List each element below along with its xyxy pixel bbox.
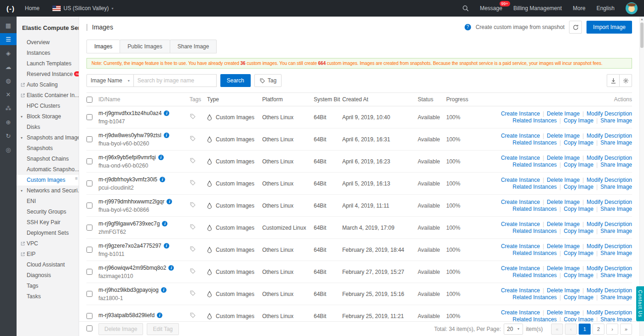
related-instances-link[interactable]: Related Instances [512, 206, 557, 212]
sidebar-item-custom-images[interactable]: Custom Images [17, 175, 79, 185]
sidebar-item-reserved-instance[interactable]: Reserved Instancenew [17, 69, 79, 80]
sidebar-item-eni[interactable]: ENI [17, 196, 79, 207]
page-next-button[interactable]: › [606, 324, 618, 335]
row-checkbox[interactable] [86, 114, 92, 120]
create-instance-link[interactable]: Create Instance [501, 287, 540, 294]
info-icon[interactable]: i [167, 199, 172, 204]
tag-icon[interactable] [190, 225, 196, 232]
delete-image-button[interactable]: Delete Image [98, 323, 143, 335]
monitor-dot-icon[interactable]: ◎ [0, 144, 17, 156]
modify-description-link[interactable]: Modify Description [586, 265, 632, 272]
tag-filter-button[interactable]: Tag [254, 74, 282, 87]
row-checkbox[interactable] [86, 291, 92, 297]
sidebar-item-cloud-assistant[interactable]: Cloud Assistant [17, 260, 79, 270]
sidebar-item-block-storage[interactable]: ▾Block Storage [17, 111, 79, 122]
sidebar-item-elastic-container-in[interactable]: Elastic Container In... [17, 90, 79, 101]
more-menu[interactable]: More [573, 5, 585, 12]
cloud-icon[interactable]: ☁ [0, 61, 17, 73]
share-image-link[interactable]: Share Image [600, 162, 632, 168]
create-instance-link[interactable]: Create Instance [501, 309, 540, 316]
apps-grid-icon[interactable]: ▦ [0, 19, 17, 31]
share-image-link[interactable]: Share Image [600, 117, 632, 124]
info-icon[interactable]: i [164, 243, 169, 249]
per-page-select[interactable]: 20 ▼ [504, 324, 523, 335]
copy-image-link[interactable]: Copy Image [564, 316, 593, 322]
create-instance-link[interactable]: Create Instance [501, 199, 540, 205]
settings-gear-button[interactable] [619, 74, 632, 87]
tag-icon[interactable] [190, 137, 196, 143]
tag-icon[interactable] [190, 269, 196, 276]
delete-image-link[interactable]: Delete Image [547, 199, 580, 205]
sidebar-item-vpc[interactable]: VPC [17, 238, 79, 249]
copy-image-link[interactable]: Copy Image [564, 294, 593, 301]
close-icon[interactable]: ✕ [0, 88, 17, 100]
related-instances-link[interactable]: Related Instances [512, 250, 557, 256]
row-checkbox[interactable] [86, 225, 92, 231]
create-instance-link[interactable]: Create Instance [501, 155, 540, 161]
network-nodes-icon[interactable]: ⁂ [0, 102, 17, 114]
copy-image-link[interactable]: Copy Image [564, 228, 593, 234]
info-icon[interactable]: i [160, 177, 165, 182]
contact-us-tab[interactable]: Contact Us [636, 286, 644, 321]
globe-icon[interactable]: ⊕ [0, 116, 17, 128]
delete-image-link[interactable]: Delete Image [547, 243, 580, 249]
copy-image-link[interactable]: Copy Image [564, 206, 593, 212]
sidebar-item-ssh-key-pair[interactable]: SSH Key Pair [17, 217, 79, 228]
info-icon[interactable]: i [164, 110, 169, 116]
share-image-link[interactable]: Share Image [600, 206, 632, 212]
delete-image-link[interactable]: Delete Image [547, 177, 580, 183]
share-image-link[interactable]: Share Image [600, 294, 632, 301]
history-icon[interactable]: ↻ [0, 130, 17, 142]
import-image-button[interactable]: Import Image [586, 21, 632, 34]
delete-image-link[interactable]: Delete Image [547, 221, 580, 227]
tag-icon[interactable] [190, 313, 196, 320]
delete-image-link[interactable]: Delete Image [547, 110, 580, 117]
delete-image-link[interactable]: Delete Image [547, 155, 580, 161]
related-instances-link[interactable]: Related Instances [512, 228, 557, 234]
row-checkbox[interactable] [86, 269, 92, 275]
modify-description-link[interactable]: Modify Description [586, 243, 632, 249]
row-checkbox[interactable] [86, 313, 92, 319]
create-instance-link[interactable]: Create Instance [501, 265, 540, 272]
sidebar-item-networks-and-securi[interactable]: ▾Networks and Securi... [17, 185, 79, 196]
modify-description-link[interactable]: Modify Description [586, 199, 632, 205]
modify-description-link[interactable]: Modify Description [586, 287, 632, 294]
delete-image-link[interactable]: Delete Image [547, 309, 580, 316]
tag-icon[interactable] [190, 247, 196, 254]
sidebar-item-diagnosis[interactable]: Diagnosis [17, 270, 79, 281]
row-checkbox[interactable] [86, 158, 92, 164]
search-icon[interactable] [462, 5, 469, 12]
page-last-button[interactable]: » [620, 324, 632, 335]
page-2-button[interactable]: 2 [592, 324, 604, 335]
region-selector[interactable]: US (Silicon Valley) ▾ [52, 5, 114, 12]
user-avatar[interactable] [626, 2, 638, 14]
row-checkbox[interactable] [86, 180, 92, 186]
sidebar-item-eip[interactable]: EIP [17, 249, 79, 260]
billing-management-link[interactable]: Billing Management [513, 5, 562, 12]
sidebar-item-auto-scaling[interactable]: Auto Scaling [17, 80, 79, 90]
language-selector[interactable]: English [597, 5, 615, 12]
search-field-selector[interactable]: Image Name ▾ [86, 74, 134, 87]
sidebar-item-disks[interactable]: Disks [17, 122, 79, 133]
row-checkbox[interactable] [86, 247, 92, 253]
create-instance-link[interactable]: Create Instance [501, 243, 540, 249]
create-instance-link[interactable]: Create Instance [501, 110, 540, 117]
create-custom-image-from-snapshot-link[interactable]: Create custom image from snapshot [476, 24, 564, 30]
info-icon[interactable]: i [161, 287, 167, 293]
modify-description-link[interactable]: Modify Description [586, 155, 632, 161]
copy-image-link[interactable]: Copy Image [564, 272, 593, 278]
copy-image-link[interactable]: Copy Image [564, 162, 593, 168]
select-all-checkbox[interactable] [86, 97, 92, 103]
sidebar-item-automatic-snapsho[interactable]: Automatic Snapsho... [17, 164, 79, 175]
search-input[interactable] [134, 74, 217, 87]
delete-image-link[interactable]: Delete Image [547, 133, 580, 139]
sidebar-item-security-groups[interactable]: Security Groups [17, 207, 79, 217]
scroll-up-arrow-icon[interactable]: ▲ [640, 17, 644, 21]
related-instances-link[interactable]: Related Instances [512, 272, 557, 278]
sidebar-item-tags[interactable]: Tags [17, 281, 79, 291]
row-checkbox[interactable] [86, 136, 92, 142]
sidebar-item-launch-templates[interactable]: Launch Templates [17, 58, 79, 69]
delete-image-link[interactable]: Delete Image [547, 287, 580, 294]
alibaba-cloud-logo[interactable]: (-) [6, 5, 15, 12]
tag-icon[interactable] [190, 181, 196, 187]
